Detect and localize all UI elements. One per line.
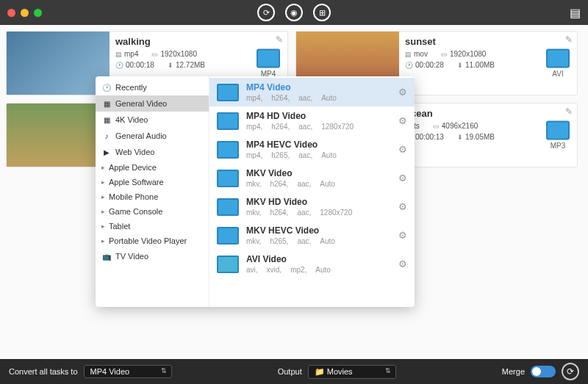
format-item[interactable]: MKV HD Video mkv,h264,aac,1280x720 ⚙: [209, 192, 415, 221]
format-name: MP4 HEVC Video: [246, 140, 337, 150]
web-icon: ▶: [101, 147, 112, 157]
category-label: Mobile Phone: [109, 192, 158, 201]
format-thumb-icon: [217, 84, 239, 101]
video-title: walking: [115, 36, 282, 47]
projects-icon[interactable]: ▤: [570, 6, 581, 20]
video-ext: ▤ mov: [405, 50, 428, 58]
category-item[interactable]: ▦4K Video: [96, 112, 209, 128]
output-format[interactable]: MP4: [257, 49, 280, 78]
category-item[interactable]: ▸Tablet: [96, 219, 209, 233]
video-resolution: ▭ 4096x2160: [433, 122, 478, 130]
video-size: ⬇ 19.05MB: [457, 133, 495, 141]
format-name: MKV HEVC Video: [246, 225, 335, 236]
expand-icon: ▸: [101, 178, 105, 186]
edit-icon[interactable]: ✎: [565, 35, 573, 45]
convert-all-select[interactable]: MP4 Video: [84, 365, 172, 378]
category-item[interactable]: ♪General Audio: [96, 128, 209, 144]
category-label: Portable Video Player: [109, 236, 187, 245]
format-spec: mp4,h264,aac,1280x720: [246, 123, 354, 131]
format-item[interactable]: MP4 HD Video mp4,h264,aac,1280x720 ⚙: [209, 106, 415, 135]
video-resolution: ▭ 1920x1080: [441, 50, 487, 58]
category-label: Recently: [115, 83, 147, 92]
disc-tab-icon[interactable]: ◉: [285, 4, 303, 21]
video-tab-icon[interactable]: ⊞: [313, 4, 331, 21]
category-label: Game Console: [109, 207, 162, 216]
minimize-button[interactable]: [21, 9, 29, 17]
category-label: Apple Device: [109, 163, 157, 172]
merge-toggle[interactable]: [531, 366, 556, 377]
format-icon: [546, 49, 570, 68]
category-label: General Video: [115, 99, 167, 108]
format-item[interactable]: AVI Video avi,xvid,mp2,Auto ⚙: [209, 250, 415, 278]
category-item[interactable]: ▸Apple Software: [96, 175, 209, 189]
convert-tab-icon[interactable]: ⟳: [257, 4, 275, 21]
format-item[interactable]: MKV Video mkv,h264,aac,Auto ⚙: [209, 164, 415, 192]
video-thumbnail: [7, 104, 110, 167]
audio-icon: ♪: [101, 131, 112, 141]
gear-icon[interactable]: ⚙: [398, 115, 407, 126]
category-label: TV Video: [115, 252, 148, 261]
category-label: Web Video: [115, 148, 154, 156]
format-picker-popup: 🕐Recently▦General Video▦4K Video♪General…: [96, 76, 415, 307]
format-thumb-icon: [217, 256, 239, 273]
maximize-button[interactable]: [34, 9, 42, 17]
format-label: AVI: [546, 70, 570, 78]
format-thumb-icon: [217, 227, 239, 244]
format-icon: [257, 49, 280, 68]
gear-icon[interactable]: ⚙: [398, 173, 407, 184]
category-item[interactable]: ▶Web Video: [96, 144, 209, 160]
format-list: MP4 Video mp4,h264,aac,Auto ⚙ MP4 HD Vid…: [209, 76, 415, 307]
format-name: MP4 HD Video: [246, 111, 354, 121]
output-folder-select[interactable]: 📁 Movies: [308, 365, 396, 379]
category-item[interactable]: ▸Apple Device: [96, 160, 209, 175]
video-resolution: ▭ 1920x1080: [151, 50, 197, 58]
mode-tabs: ⟳ ◉ ⊞: [257, 4, 331, 21]
format-spec: mkv,h264,aac,Auto: [246, 180, 335, 188]
category-item[interactable]: ▸Game Console: [96, 204, 209, 219]
output-format[interactable]: MP3: [546, 121, 570, 150]
gear-icon[interactable]: ⚙: [398, 230, 407, 241]
format-spec: mkv,h265,aac,Auto: [246, 237, 335, 245]
edit-icon[interactable]: ✎: [276, 35, 283, 45]
video-size: ⬇ 11.00MB: [457, 61, 495, 69]
gear-icon[interactable]: ⚙: [398, 87, 407, 98]
titlebar: ⟳ ◉ ⊞ ▤: [0, 0, 588, 25]
format-item[interactable]: MP4 Video mp4,h264,aac,Auto ⚙: [209, 78, 415, 106]
expand-icon: ▸: [101, 193, 105, 200]
format-spec: mp4,h264,aac,Auto: [246, 94, 337, 102]
category-item[interactable]: 🕐Recently: [96, 79, 209, 95]
category-item[interactable]: ▦General Video: [96, 95, 209, 112]
format-thumb-icon: [217, 170, 239, 187]
window-controls: [7, 9, 42, 17]
film-icon: ▦: [101, 98, 112, 109]
video-duration: 🕐 00:00:18: [115, 61, 154, 69]
category-list: 🕐Recently▦General Video▦4K Video♪General…: [96, 76, 209, 307]
output-format[interactable]: AVI: [546, 49, 570, 78]
bottom-bar: Convert all tasks to MP4 Video Output 📁 …: [0, 359, 588, 384]
format-item[interactable]: MP4 HEVC Video mp4,h265,aac,Auto ⚙: [209, 135, 415, 164]
category-item[interactable]: 📺TV Video: [96, 248, 209, 264]
category-label: 4K Video: [115, 115, 148, 124]
convert-all-label: Convert all tasks to: [9, 367, 78, 376]
gear-icon[interactable]: ⚙: [398, 144, 407, 155]
format-thumb-icon: [217, 141, 239, 159]
close-button[interactable]: [7, 9, 15, 17]
format-spec: avi,xvid,mp2,Auto: [246, 266, 331, 274]
gear-icon[interactable]: ⚙: [398, 258, 407, 269]
format-item[interactable]: MKV HEVC Video mkv,h265,aac,Auto ⚙: [209, 221, 415, 250]
start-convert-button[interactable]: ⟳: [562, 363, 579, 380]
format-name: AVI Video: [246, 254, 331, 264]
clock-icon: 🕐: [101, 82, 112, 93]
tv-icon: 📺: [101, 251, 112, 261]
video-ext: ▤ mp4: [115, 50, 138, 58]
format-name: MKV Video: [246, 168, 335, 178]
category-item[interactable]: ▸Portable Video Player: [96, 233, 209, 248]
video-title: sunset: [405, 36, 571, 47]
4k-icon: ▦: [101, 115, 112, 125]
edit-icon[interactable]: ✎: [565, 106, 573, 117]
gear-icon[interactable]: ⚙: [398, 201, 407, 212]
output-label: Output: [278, 367, 302, 376]
format-name: MP4 Video: [246, 82, 337, 93]
format-spec: mp4,h265,aac,Auto: [246, 151, 337, 159]
category-item[interactable]: ▸Mobile Phone: [96, 189, 209, 204]
